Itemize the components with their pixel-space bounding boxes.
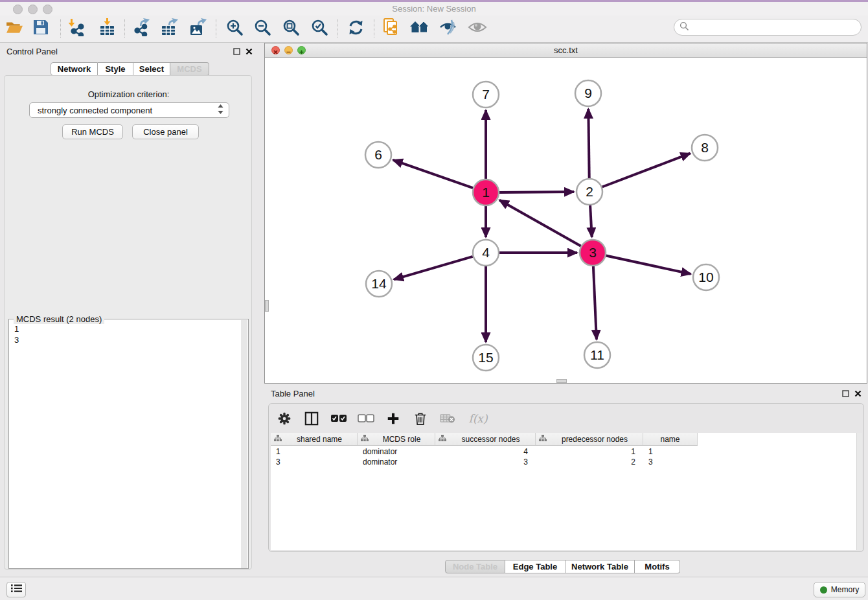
result-scrollbar[interactable]: [241, 320, 247, 568]
tab-motifs[interactable]: Motifs: [635, 560, 680, 573]
edge-2-8[interactable]: [602, 154, 691, 187]
edge-2-3[interactable]: [590, 205, 592, 237]
export-table-icon: [160, 18, 178, 39]
table-cell[interactable]: 3: [271, 457, 358, 467]
column-header-successor-nodes[interactable]: successor nodes: [435, 433, 536, 445]
table-cell[interactable]: 1: [643, 446, 698, 457]
table-row[interactable]: 3 dominator 3 2 3: [271, 457, 698, 467]
svg-text:10: 10: [698, 270, 713, 284]
edge-1-2[interactable]: [499, 192, 574, 192]
network-close-button[interactable]: [271, 46, 280, 54]
edge-3-11[interactable]: [593, 266, 597, 340]
edge-2-9[interactable]: [588, 109, 589, 178]
network-window-title: scc.txt: [265, 43, 867, 57]
network-minimize-button[interactable]: [284, 46, 293, 54]
delete-table-icon[interactable]: [439, 410, 457, 428]
export-table-button[interactable]: [158, 17, 180, 40]
node-3[interactable]: 3: [580, 240, 606, 266]
table-row[interactable]: 1 dominator 4 1 1: [271, 446, 698, 457]
node-9[interactable]: 9: [575, 80, 601, 106]
close-panel-icon[interactable]: [244, 47, 253, 56]
node-6[interactable]: 6: [365, 142, 391, 168]
import-network-button[interactable]: [65, 17, 87, 40]
table-cell[interactable]: 3: [435, 457, 536, 467]
clone-network-button[interactable]: [380, 17, 402, 40]
save-icon: [32, 19, 49, 38]
tab-style[interactable]: Style: [98, 62, 133, 76]
memory-button[interactable]: Memory: [814, 582, 865, 597]
edge-3-10[interactable]: [606, 256, 691, 274]
tab-network-table[interactable]: Network Table: [565, 560, 635, 573]
table-cell[interactable]: 4: [435, 446, 536, 457]
trash-icon[interactable]: [411, 410, 429, 428]
close-panel-button[interactable]: Close panel: [132, 124, 199, 139]
canvas-left-scrollbar-grip[interactable]: [265, 300, 269, 312]
edge-1-6[interactable]: [393, 160, 474, 188]
table-cell[interactable]: dominator: [358, 457, 435, 467]
search-field[interactable]: [674, 19, 862, 36]
zoom-in-button[interactable]: [223, 17, 246, 40]
edge-4-14[interactable]: [394, 257, 473, 279]
add-column-icon[interactable]: [384, 410, 402, 428]
export-image-button[interactable]: [187, 17, 209, 40]
window-zoom-button[interactable]: [43, 5, 52, 14]
zoom-out-button[interactable]: [251, 17, 273, 40]
tab-edge-table[interactable]: Edge Table: [505, 560, 565, 573]
save-session-button[interactable]: [30, 17, 52, 40]
export-network-button[interactable]: [130, 17, 152, 40]
table-cell[interactable]: 1: [271, 446, 358, 457]
window-minimize-button[interactable]: [28, 5, 38, 14]
float-panel-icon[interactable]: [232, 47, 241, 56]
node-15[interactable]: 15: [473, 345, 499, 371]
float-panel-icon[interactable]: [841, 389, 850, 398]
canvas-bottom-scrollbar-grip[interactable]: [556, 379, 567, 383]
node-11[interactable]: 11: [584, 342, 610, 368]
column-header-shared-name[interactable]: shared name: [271, 433, 358, 445]
toggle-graphics-details-button[interactable]: [437, 17, 459, 40]
zoom-fit-button[interactable]: [280, 17, 302, 40]
node-7[interactable]: 7: [473, 82, 499, 108]
homes-button[interactable]: [409, 17, 431, 40]
close-panel-icon[interactable]: [853, 389, 862, 398]
table-cell[interactable]: 1: [536, 446, 643, 457]
status-bar: Memory: [0, 577, 868, 600]
node-4[interactable]: 4: [473, 240, 499, 266]
deselect-all-icon[interactable]: [357, 410, 375, 428]
select-all-icon[interactable]: [330, 410, 348, 428]
run-mcds-button[interactable]: Run MCDS: [62, 124, 123, 139]
column-header-predecessor-nodes[interactable]: predecessor nodes: [536, 433, 643, 445]
columns-icon[interactable]: [303, 410, 321, 428]
gear-icon[interactable]: [275, 410, 293, 428]
column-header-mcds-role[interactable]: MCDS role: [358, 433, 435, 445]
node-14[interactable]: 14: [366, 271, 392, 297]
table-cell[interactable]: 2: [536, 457, 643, 467]
table-cell[interactable]: dominator: [358, 446, 435, 457]
open-session-button[interactable]: [3, 17, 25, 40]
node-10[interactable]: 10: [693, 264, 719, 290]
optimization-criterion-dropdown[interactable]: strongly connected component: [29, 102, 229, 118]
tab-select[interactable]: Select: [133, 62, 170, 76]
node-8[interactable]: 8: [692, 135, 718, 161]
task-history-button[interactable]: [6, 582, 26, 597]
mcds-result-line[interactable]: 1: [9, 323, 248, 334]
network-canvas[interactable]: 7968124314101511: [265, 58, 867, 383]
window-close-button[interactable]: [13, 5, 23, 14]
dropdown-value: strongly connected component: [38, 106, 218, 115]
function-builder-icon[interactable]: f(x): [466, 410, 490, 428]
network-graph: 7968124314101511: [265, 58, 867, 383]
network-maximize-button[interactable]: [297, 46, 306, 54]
column-header-name[interactable]: name: [643, 433, 698, 445]
table-scrollbar[interactable]: [856, 433, 862, 550]
table-cell[interactable]: 3: [643, 457, 698, 467]
show-hide-button[interactable]: [466, 17, 488, 40]
mcds-result-line[interactable]: 3: [9, 334, 248, 345]
tab-mcds[interactable]: MCDS: [170, 62, 209, 76]
tab-node-table[interactable]: Node Table: [445, 560, 505, 573]
apply-layout-button[interactable]: [345, 17, 367, 40]
zoom-selected-button[interactable]: [308, 17, 330, 40]
node-2[interactable]: 2: [577, 179, 602, 205]
import-table-button[interactable]: [96, 17, 118, 40]
node-1[interactable]: 1: [473, 179, 499, 205]
tab-network[interactable]: Network: [51, 62, 98, 76]
edge-3-1[interactable]: [499, 200, 581, 246]
